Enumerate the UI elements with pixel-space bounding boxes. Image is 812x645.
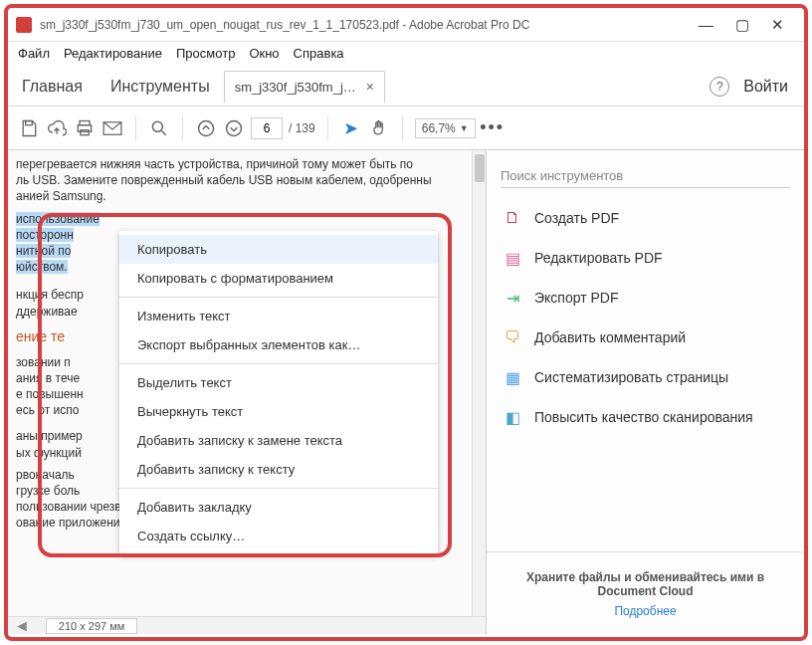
context-export-selection[interactable]: Экспорт выбранных элементов как… (119, 330, 438, 359)
close-window-icon[interactable]: ✕ (771, 16, 784, 34)
svg-rect-3 (81, 129, 89, 134)
organize-icon: ▦ (503, 367, 522, 387)
cloud-title: Храните файлы и обменивайтесь ими в Docu… (501, 570, 790, 598)
context-strikethrough[interactable]: Вычеркнуть текст (119, 397, 438, 426)
tool-label: Повысить качество сканирования (534, 409, 753, 425)
create-pdf-icon: 🗋 (503, 208, 522, 228)
menubar: Файл Редактирование Просмотр Окно Справк… (8, 42, 804, 67)
close-tab-icon[interactable]: × (366, 79, 374, 95)
titlebar: sm_j330f_j530fm_j730_um_open_nougat_rus_… (8, 8, 804, 42)
menu-help[interactable]: Справка (294, 46, 344, 61)
svg-rect-0 (26, 120, 33, 124)
menu-separator (119, 297, 438, 298)
selected-text: нитной по (16, 244, 71, 258)
mail-icon[interactable] (102, 117, 123, 139)
menu-file[interactable]: Файл (18, 46, 50, 61)
context-edit-text[interactable]: Изменить текст (119, 302, 438, 330)
minimize-icon[interactable]: — (699, 16, 713, 34)
export-pdf-icon: ⇥ (503, 288, 522, 308)
zoom-dropdown[interactable]: 66,7% ▼ (415, 118, 476, 138)
save-icon[interactable] (18, 117, 40, 139)
tool-comment[interactable]: 🗨Добавить комментарий (487, 318, 804, 357)
comment-icon: 🗨 (503, 327, 522, 347)
tool-label: Добавить комментарий (534, 329, 686, 345)
tools-search-input[interactable]: Поиск инструментов (501, 164, 790, 188)
page-total-label: / 139 (289, 121, 315, 135)
more-icon[interactable]: ••• (482, 117, 504, 139)
cloud-more-link[interactable]: Подробнее (501, 604, 790, 618)
zoom-value: 66,7% (422, 121, 456, 135)
chevron-down-icon: ▼ (460, 123, 469, 133)
tab-tools[interactable]: Инструменты (97, 70, 224, 104)
scrollbar-thumb[interactable] (475, 154, 485, 182)
context-highlight[interactable]: Выделить текст (119, 368, 438, 397)
tab-home[interactable]: Главная (8, 70, 97, 104)
edit-pdf-icon: ▤ (503, 248, 522, 268)
tool-label: Систематизировать страницы (534, 369, 728, 385)
enhance-icon: ◧ (503, 407, 522, 427)
maximize-icon[interactable]: ▢ (735, 16, 749, 34)
tool-export-pdf[interactable]: ⇥Экспорт PDF (487, 278, 804, 318)
tool-enhance-scan[interactable]: ◧Повысить качество сканирования (487, 397, 804, 437)
tool-edit-pdf[interactable]: ▤Редактировать PDF (487, 238, 804, 278)
selected-text: юйством. (16, 260, 68, 274)
tool-label: Экспорт PDF (534, 290, 619, 306)
selected-text: посторонн (16, 228, 74, 242)
menu-separator (119, 363, 438, 364)
doc-line: перегревается нижняя часть устройства, п… (16, 156, 478, 172)
page-down-icon[interactable] (223, 117, 245, 139)
svg-point-7 (227, 120, 242, 135)
signin-button[interactable]: Войти (743, 78, 788, 96)
page-up-icon[interactable] (195, 117, 217, 139)
context-text-note[interactable]: Добавить записку к тексту (119, 455, 438, 484)
tools-pane: Поиск инструментов 🗋Создать PDF ▤Редакти… (486, 150, 804, 634)
appbar: Главная Инструменты sm_j330f_j530fm_j… ×… (8, 67, 804, 107)
page-number-input[interactable] (251, 117, 283, 139)
tab-document-label: sm_j330f_j530fm_j… (235, 80, 356, 95)
hand-icon[interactable] (368, 117, 390, 139)
select-cursor-icon[interactable]: ➤ (340, 117, 362, 139)
menu-window[interactable]: Окно (249, 46, 279, 61)
cloud-icon[interactable] (46, 117, 68, 139)
context-replace-note[interactable]: Добавить записку к замене текста (119, 426, 438, 455)
context-menu: Копировать Копировать с форматированием … (119, 231, 438, 554)
menu-view[interactable]: Просмотр (176, 46, 235, 61)
horizontal-scrollbar[interactable]: ◄ 210 x 297 мм (8, 616, 486, 634)
svg-point-5 (152, 121, 162, 131)
scroll-left-icon[interactable]: ◄ (8, 617, 36, 635)
context-create-link[interactable]: Создать ссылку… (119, 522, 438, 550)
context-copy-formatting[interactable]: Копировать с форматированием (119, 264, 438, 293)
tool-organize[interactable]: ▦Систематизировать страницы (487, 357, 804, 397)
context-copy[interactable]: Копировать (119, 235, 438, 264)
context-add-bookmark[interactable]: Добавить закладку (119, 493, 438, 522)
tool-label: Создать PDF (534, 210, 619, 226)
toolbar: / 139 ➤ 66,7% ▼ ••• (8, 107, 804, 150)
doc-line: ль USB. Замените поврежденный кабель USB… (16, 172, 478, 188)
tools-search-placeholder: Поиск инструментов (501, 168, 623, 183)
menu-separator (119, 488, 438, 489)
vertical-scrollbar[interactable] (472, 150, 486, 616)
tab-document[interactable]: sm_j330f_j530fm_j… × (224, 71, 385, 104)
search-icon[interactable] (148, 117, 170, 139)
tool-label: Редактировать PDF (534, 250, 663, 266)
window-title: sm_j330f_j530fm_j730_um_open_nougat_rus_… (40, 18, 529, 32)
app-icon (16, 17, 32, 33)
selected-text: использование (16, 212, 100, 226)
print-icon[interactable] (74, 117, 96, 139)
menu-edit[interactable]: Редактирование (64, 46, 162, 61)
doc-line: анией Samsung. (16, 188, 478, 204)
svg-point-6 (199, 120, 214, 135)
page-size-label: 210 x 297 мм (46, 618, 138, 634)
help-icon[interactable]: ? (710, 77, 729, 97)
cloud-promo: Храните файлы и обменивайтесь ими в Docu… (487, 551, 804, 634)
tool-create-pdf[interactable]: 🗋Создать PDF (487, 198, 804, 238)
